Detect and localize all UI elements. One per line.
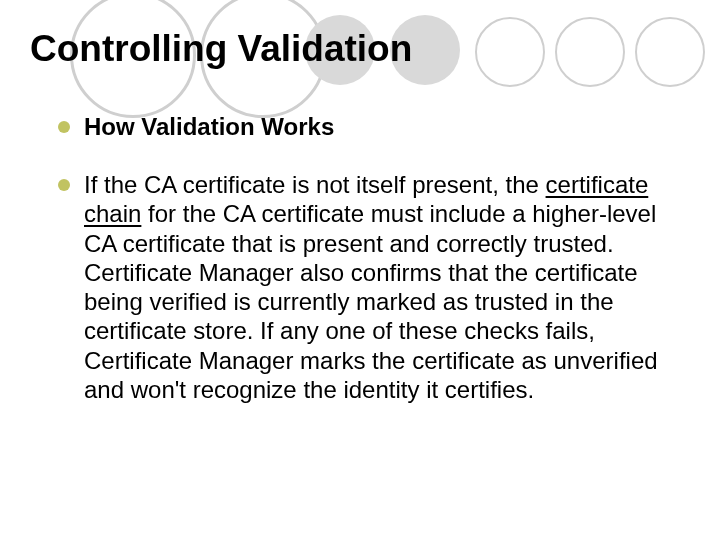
bullet-1: How Validation Works xyxy=(58,112,670,142)
bullet-2-post: for the CA certificate must include a hi… xyxy=(84,200,658,403)
bullet-list: How Validation Works If the CA certifica… xyxy=(28,112,680,404)
bullet-2: If the CA certificate is not itself pres… xyxy=(58,170,670,404)
slide-content: Controlling Validation How Validation Wo… xyxy=(0,0,720,404)
slide-title: Controlling Validation xyxy=(30,28,680,70)
bullet-2-pre: If the CA certificate is not itself pres… xyxy=(84,171,546,198)
